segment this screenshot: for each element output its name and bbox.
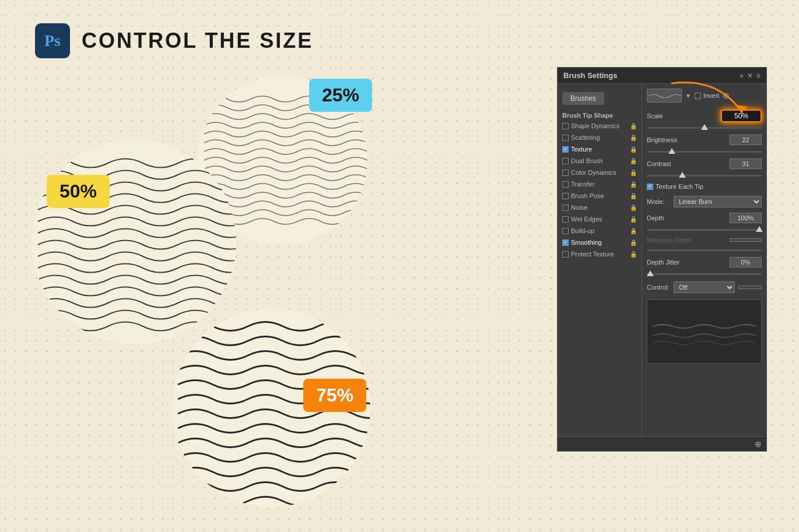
dual-brush-label: Dual Brush — [571, 157, 602, 164]
transfer-checkbox[interactable] — [562, 181, 569, 188]
mode-row: Mode: Linear Burn — [647, 196, 762, 207]
mode-label: Mode: — [647, 198, 670, 205]
scale-thumb — [701, 124, 708, 130]
panel-title: Brush Settings — [563, 71, 617, 80]
color-dynamics-checkbox[interactable] — [562, 170, 569, 176]
brightness-slider[interactable] — [647, 151, 762, 153]
color-dynamics-label: Color Dynamics — [571, 169, 616, 176]
minimum-depth-track — [647, 249, 762, 251]
scattering-lock: 🔒 — [630, 135, 637, 141]
logo-text: Ps — [44, 31, 61, 50]
contrast-row: Contrast 31 — [647, 158, 762, 169]
minimum-depth-value — [730, 238, 762, 242]
texture-each-tip-checkbox[interactable] — [647, 184, 653, 190]
brush-dropdown-arrow[interactable]: ▼ — [685, 93, 691, 99]
contrast-value[interactable]: 31 — [730, 158, 762, 169]
brush-pose-lock: 🔒 — [630, 193, 637, 199]
sidebar-item-shape-dynamics[interactable]: Shape Dynamics 🔒 — [558, 120, 642, 132]
close-button[interactable]: ✕ — [747, 72, 753, 80]
transfer-label: Transfer — [571, 181, 595, 188]
depth-track — [647, 229, 762, 231]
brush-pose-checkbox[interactable] — [562, 193, 569, 199]
build-up-label: Build-up — [571, 227, 594, 234]
noise-label: Noise — [571, 204, 587, 211]
depth-thumb — [756, 226, 763, 232]
shape-dynamics-lock: 🔒 — [630, 123, 637, 129]
badge-25-value: 25% — [322, 84, 359, 105]
texture-checkbox[interactable] — [562, 146, 569, 153]
scale-slider[interactable] — [647, 127, 762, 129]
transfer-lock: 🔒 — [630, 181, 637, 188]
depth-label: Depth — [647, 214, 664, 221]
invert-checkbox[interactable] — [695, 93, 701, 99]
depth-jitter-slider[interactable] — [647, 273, 762, 275]
scale-row: Scale 50% — [647, 110, 762, 122]
sidebar-item-noise[interactable]: Noise 🔒 — [558, 202, 642, 213]
control-select[interactable]: Off — [674, 281, 735, 293]
texture-each-tip-row: Texture Each Tip — [647, 183, 762, 190]
brushes-button[interactable]: Brushes — [562, 92, 604, 105]
noise-checkbox[interactable] — [562, 205, 569, 211]
scattering-label: Scattering — [571, 134, 600, 141]
add-button[interactable]: ⊕ — [723, 91, 730, 100]
contrast-track — [647, 175, 762, 177]
depth-jitter-thumb — [647, 270, 654, 276]
control-row: Control: Off — [647, 281, 762, 293]
scattering-checkbox[interactable] — [562, 135, 569, 141]
svg-rect-3 — [647, 306, 761, 358]
color-dynamics-lock: 🔒 — [630, 170, 637, 176]
sidebar-item-brush-pose[interactable]: Brush Pose 🔒 — [558, 190, 642, 202]
sidebar-item-smoothing[interactable]: Smoothing 🔒 — [558, 237, 642, 248]
ps-logo: Ps — [35, 23, 70, 58]
shape-dynamics-label: Shape Dynamics — [571, 122, 619, 129]
depth-value[interactable]: 100% — [730, 213, 762, 223]
sidebar-item-scattering[interactable]: Scattering 🔒 — [558, 132, 642, 143]
shape-dynamics-checkbox[interactable] — [562, 123, 569, 129]
build-up-checkbox[interactable] — [562, 228, 569, 234]
protect-texture-lock: 🔒 — [630, 251, 637, 258]
protect-texture-label: Protect Texture — [571, 251, 614, 258]
brush-controls-row: ▼ Invert ⊕ — [647, 89, 762, 103]
sidebar-item-color-dynamics[interactable]: Color Dynamics 🔒 — [558, 167, 642, 178]
badge-50: 50% — [47, 175, 110, 208]
header: Ps CONTROL THE SIZE — [35, 23, 313, 58]
menu-icon[interactable]: ≡ — [756, 72, 761, 80]
scale-value[interactable]: 50% — [721, 110, 762, 122]
sidebar-item-build-up[interactable]: Build-up 🔒 — [558, 225, 642, 237]
dual-brush-lock: 🔒 — [630, 158, 637, 164]
panel-body: Brushes Brush Tip Shape Shape Dynamics 🔒… — [558, 84, 766, 436]
dual-brush-checkbox[interactable] — [562, 158, 569, 164]
sidebar-item-transfer[interactable]: Transfer 🔒 — [558, 178, 642, 190]
minimize-button[interactable]: « — [740, 72, 744, 80]
invert-label: Invert — [703, 92, 720, 99]
badge-50-value: 50% — [59, 181, 97, 202]
mode-select[interactable]: Linear Burn — [674, 196, 762, 207]
sidebar-item-dual-brush[interactable]: Dual Brush 🔒 — [558, 155, 642, 167]
badge-75: 75% — [303, 379, 366, 412]
brightness-thumb — [668, 148, 675, 154]
sidebar-item-protect-texture[interactable]: Protect Texture 🔒 — [558, 248, 642, 260]
brightness-label: Brightness — [647, 136, 677, 143]
contrast-thumb — [679, 172, 686, 178]
scale-label: Scale — [647, 112, 663, 119]
texture-each-tip-label: Texture Each Tip — [656, 183, 703, 190]
invert-row: Invert — [695, 92, 720, 99]
minimum-depth-slider[interactable] — [647, 249, 762, 251]
depth-slider[interactable] — [647, 229, 762, 231]
brush-preview — [647, 89, 682, 103]
protect-texture-checkbox[interactable] — [562, 251, 569, 258]
sidebar-item-texture[interactable]: Texture 🔒 — [558, 143, 642, 155]
footer-add-button[interactable]: ⊕ — [755, 439, 762, 449]
wet-edges-checkbox[interactable] — [562, 216, 569, 223]
brightness-value[interactable]: 22 — [730, 135, 762, 145]
brightness-track — [647, 151, 762, 153]
smoothing-checkbox[interactable] — [562, 239, 569, 246]
sidebar-item-wet-edges[interactable]: Wet Edges 🔒 — [558, 213, 642, 225]
contrast-slider[interactable] — [647, 175, 762, 177]
brightness-row: Brightness 22 — [647, 135, 762, 145]
brush-preview-area — [647, 300, 762, 364]
depth-jitter-value[interactable]: 0% — [730, 257, 762, 267]
control-label: Control: — [647, 284, 670, 291]
smoothing-label: Smoothing — [571, 239, 602, 246]
depth-row: Depth 100% — [647, 213, 762, 223]
